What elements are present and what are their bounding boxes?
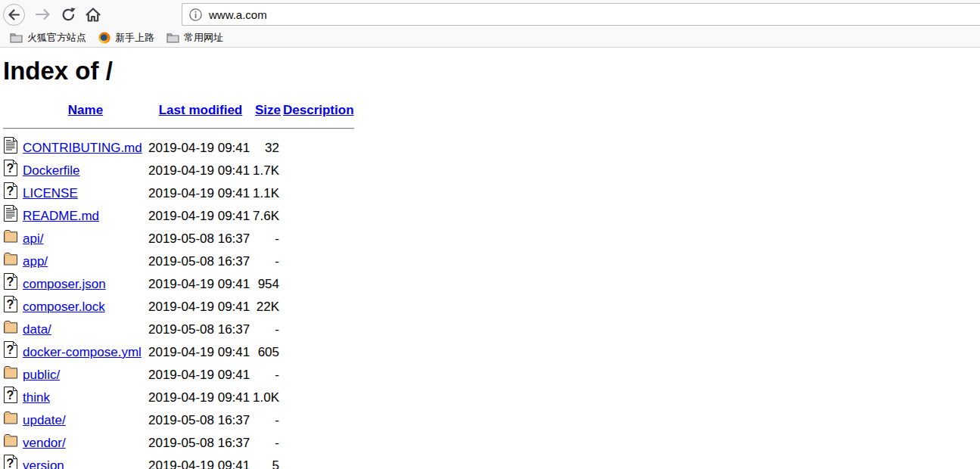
file-link[interactable]: CONTRIBUTING.md: [23, 141, 142, 155]
svg-text:?: ?: [7, 275, 14, 288]
file-link[interactable]: api/: [23, 231, 43, 246]
page-content: Index of / Name Last modified Size Descr…: [0, 48, 980, 469]
unknown-file-icon: ?: [3, 182, 18, 199]
horizontal-rule: [3, 128, 354, 129]
back-button[interactable]: [2, 3, 26, 26]
text-file-icon: [3, 137, 18, 154]
firefox-icon: [98, 32, 110, 44]
divider: [3, 120, 354, 137]
table-row: ? Dockerfile 2019-04-19 09:41 1.7K: [3, 160, 354, 182]
folder-icon: [3, 228, 18, 244]
navigation-toolbar: www.a.com: [0, 0, 980, 29]
file-link[interactable]: think: [23, 390, 50, 405]
file-link[interactable]: app/: [23, 254, 48, 269]
table-row: api/ 2019-05-08 16:37 -: [3, 228, 354, 250]
file-link[interactable]: composer.lock: [23, 300, 105, 314]
svg-text:?: ?: [7, 162, 14, 175]
table-row: data/ 2019-05-08 16:37 -: [3, 318, 354, 341]
file-link[interactable]: LICENSE: [23, 186, 78, 200]
reload-icon[interactable]: [61, 7, 76, 23]
folder-icon: [3, 409, 18, 426]
file-link[interactable]: docker-compose.yml: [23, 345, 142, 359]
unknown-file-icon: ?: [3, 160, 18, 176]
table-row: app/ 2019-05-08 16:37 -: [3, 250, 354, 273]
forward-button[interactable]: [34, 7, 52, 22]
svg-text:?: ?: [7, 185, 14, 197]
unknown-file-icon: ?: [3, 341, 18, 358]
table-row: ? composer.json 2019-04-19 09:41 954: [3, 273, 354, 296]
bookmark-folder-item[interactable]: 火狐官方站点: [4, 30, 92, 46]
svg-text:?: ?: [7, 343, 14, 356]
url-text[interactable]: www.a.com: [209, 8, 267, 21]
file-link[interactable]: README.md: [23, 209, 99, 223]
file-link[interactable]: composer.json: [23, 277, 106, 291]
table-row: public/ 2019-04-19 09:41 -: [3, 364, 354, 387]
unknown-file-icon: ?: [3, 296, 18, 312]
svg-text:?: ?: [7, 389, 14, 402]
folder-icon: [3, 364, 18, 380]
bookmark-label: 新手上路: [115, 31, 154, 45]
file-link[interactable]: data/: [23, 322, 51, 337]
bookmark-label: 火狐官方站点: [27, 31, 86, 45]
table-row: ? LICENSE 2019-04-19 09:41 1.1K: [3, 182, 354, 205]
table-row: ? composer.lock 2019-04-19 09:41 22K: [3, 296, 354, 318]
svg-text:?: ?: [7, 457, 14, 469]
folder-icon: [3, 250, 18, 267]
bookmark-firefox-item[interactable]: 新手上路: [92, 30, 160, 46]
table-row: vendor/ 2019-05-08 16:37 -: [3, 432, 354, 455]
svg-text:?: ?: [7, 298, 14, 311]
unknown-file-icon: ?: [3, 455, 18, 469]
sort-by-description-link[interactable]: Description: [283, 103, 354, 117]
table-row: ? version 2019-04-19 09:41 5: [3, 455, 354, 469]
url-bar[interactable]: www.a.com: [182, 3, 980, 26]
sort-by-modified-link[interactable]: Last modified: [159, 103, 243, 117]
text-file-icon: [3, 205, 18, 222]
table-row: ? think 2019-04-19 09:41 1.0K: [3, 387, 354, 409]
unknown-file-icon: ?: [3, 273, 18, 290]
file-link[interactable]: vendor/: [23, 436, 66, 450]
bookmark-folder-item[interactable]: 常用网址: [160, 30, 229, 46]
bookmarks-toolbar: 火狐官方站点 新手上路: [0, 29, 980, 48]
folder-icon: [166, 33, 179, 43]
file-link[interactable]: Dockerfile: [23, 163, 80, 178]
table-row: update/ 2019-05-08 16:37 -: [3, 409, 354, 432]
page-title: Index of /: [3, 57, 980, 85]
file-link[interactable]: public/: [23, 368, 60, 382]
bookmark-label: 常用网址: [184, 31, 223, 45]
file-link[interactable]: update/: [23, 413, 66, 427]
browser-chrome: www.a.com 火狐官方站点: [0, 0, 980, 48]
directory-listing-table: Name Last modified Size Description CONT…: [3, 101, 354, 469]
folder-icon: [3, 318, 18, 335]
home-icon[interactable]: [85, 7, 101, 23]
unknown-file-icon: ?: [3, 387, 18, 403]
table-row: README.md 2019-04-19 09:41 7.6K: [3, 205, 354, 228]
sort-by-size-link[interactable]: Size: [255, 103, 281, 117]
sort-by-name-link[interactable]: Name: [68, 103, 103, 117]
listing-header-row: Name Last modified Size Description: [3, 101, 354, 120]
table-row: CONTRIBUTING.md 2019-04-19 09:41 32: [3, 137, 354, 160]
folder-icon: [3, 432, 18, 449]
site-info-icon[interactable]: [189, 8, 202, 21]
file-link[interactable]: version: [23, 458, 64, 469]
table-row: ? docker-compose.yml 2019-04-19 09:41 60…: [3, 341, 354, 364]
folder-icon: [10, 33, 23, 43]
